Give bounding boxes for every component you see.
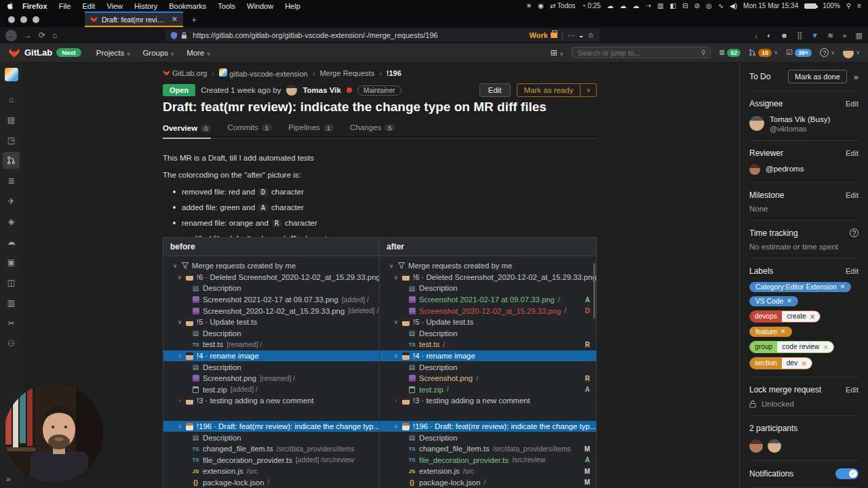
spotlight-icon[interactable]: ⚲ xyxy=(846,2,851,9)
tab-pipelines[interactable]: Pipelines1 xyxy=(288,123,334,133)
back-button[interactable]: ← xyxy=(5,30,17,41)
chevron-down-icon[interactable]: ∨ xyxy=(391,352,401,359)
label-pill[interactable]: VS Code✕ xyxy=(749,296,798,306)
tree-row[interactable]: Screenshot_2020-12-02_at_15.29.33.png[de… xyxy=(163,305,379,317)
ci-cd-icon[interactable]: ✈ xyxy=(3,192,20,209)
reviewer-avatar[interactable] xyxy=(749,164,760,175)
chevron-down-icon[interactable]: ∨ xyxy=(387,262,396,269)
volume-icon[interactable]: ◀) xyxy=(730,2,737,9)
breadcrumb-item[interactable]: !196 xyxy=(387,69,401,77)
nav-more[interactable]: More ∨ xyxy=(186,49,210,57)
remove-label-icon[interactable]: ✕ xyxy=(810,312,816,321)
assignee-username[interactable]: @viktomas xyxy=(770,125,830,133)
reviewer-username[interactable]: @pedroms xyxy=(766,164,804,174)
search-input[interactable] xyxy=(576,48,701,58)
downloads-icon[interactable]: ↓ xyxy=(755,31,759,39)
notifications-toggle[interactable] xyxy=(835,468,859,479)
todos-counter[interactable]: ☑ 39+ xyxy=(786,48,812,57)
home-button[interactable]: ⌂ xyxy=(52,30,57,40)
chevron-down-icon[interactable]: ∨ xyxy=(391,319,401,325)
remove-label-icon[interactable]: ✕ xyxy=(840,283,846,290)
settings-icon[interactable]: ✳ xyxy=(526,2,532,9)
tree-row[interactable]: ∨!6 · Deleted Screenshot_2020-12-02_at_1… xyxy=(380,272,596,283)
tree-row[interactable]: ▤Description xyxy=(163,432,379,443)
assignee-avatar[interactable] xyxy=(749,116,764,131)
lock-edit-link[interactable]: Edit xyxy=(846,386,859,394)
reviewer-edit-link[interactable]: Edit xyxy=(846,149,859,157)
breadcrumb-item[interactable]: gitlab-vscode-extension xyxy=(219,68,308,78)
assignee-edit-link[interactable]: Edit xyxy=(846,100,859,108)
packages-icon[interactable]: ▣ xyxy=(3,253,20,270)
tree-row[interactable]: TSfile_decoration_provider.ts[added] /sr… xyxy=(163,455,379,466)
tree-row[interactable]: Screenshot.png/R xyxy=(380,373,596,384)
author-avatar[interactable] xyxy=(286,85,297,96)
tab-changes[interactable]: Changes5 xyxy=(350,123,395,133)
layers-ext-icon[interactable]: ≋ xyxy=(827,31,833,40)
tree-row[interactable]: TSchanged_file_item.ts/src/data_provider… xyxy=(380,443,596,455)
collapse-sidebar-icon[interactable]: » xyxy=(854,72,859,82)
tree-row[interactable]: JSextension.js/srcM xyxy=(380,466,596,477)
breadcrumb-text[interactable]: Merge Requests xyxy=(319,69,374,77)
time-help-icon[interactable]: ? xyxy=(850,228,859,237)
participant-avatar[interactable] xyxy=(749,439,763,453)
menu-firefox[interactable]: Firefox xyxy=(22,2,47,10)
page-actions-icon[interactable]: ⋯ xyxy=(568,31,575,40)
nav-projects[interactable]: Projects ∨ xyxy=(96,49,131,57)
filter-ext-icon[interactable]: ▼ xyxy=(811,31,818,39)
browser-tab[interactable]: Draft: feat(mr review): indicate ✕ xyxy=(85,12,183,27)
tree-row[interactable]: ∨!5 · Update test.ts xyxy=(380,317,596,328)
tree-row[interactable]: TStest.ts[renamed] / xyxy=(163,339,379,350)
wifi-icon[interactable]: ∿ xyxy=(718,2,724,9)
tree-row[interactable]: Screenshot 2021-02-17 at 09.07.33.png[ad… xyxy=(163,294,379,306)
menu-bookmarks[interactable]: Bookmarks xyxy=(169,2,206,10)
security-icon[interactable]: ◈ xyxy=(3,213,20,230)
label-pill-scoped[interactable]: groupcode review✕ xyxy=(749,341,834,353)
chevron-right-icon[interactable]: › xyxy=(391,397,401,404)
display-icon[interactable]: ▥ xyxy=(657,2,663,9)
tree-row[interactable]: ▤Description xyxy=(163,361,379,373)
breadcrumb-item[interactable]: Merge Requests xyxy=(319,69,374,77)
menu-edit[interactable]: Edit xyxy=(82,2,95,10)
search-box[interactable]: ⚲ xyxy=(572,47,711,58)
remove-label-icon[interactable]: ✕ xyxy=(823,343,829,351)
breadcrumb-item[interactable]: GitLab.org xyxy=(163,69,207,77)
breadcrumb-text[interactable]: !196 xyxy=(387,69,401,77)
tree-row[interactable]: {}package-lock.json/M xyxy=(380,477,596,488)
overflow-icon[interactable]: » xyxy=(842,31,846,39)
menu-history[interactable]: History xyxy=(134,2,157,10)
tab-overview[interactable]: Overview0 xyxy=(163,123,211,139)
tree-row[interactable]: ▤Description xyxy=(163,328,379,340)
tree-row[interactable]: {}package-lock.json/ xyxy=(163,477,379,488)
issues-icon[interactable]: ◳ xyxy=(3,131,20,148)
label-pill-scoped[interactable]: sectiondev✕ xyxy=(749,357,812,369)
members-icon[interactable]: ⚇ xyxy=(3,335,20,352)
tree-row[interactable]: ∨Merge requests created by me xyxy=(163,260,379,272)
window-controls[interactable] xyxy=(0,12,47,27)
project-avatar[interactable] xyxy=(5,68,18,81)
tree-row[interactable]: TSfile_decoration_provider.ts/src/review… xyxy=(380,455,596,466)
mr-counter[interactable]: 10 ∨ xyxy=(749,49,778,57)
user-menu[interactable]: ∨ xyxy=(843,47,860,58)
arrows-icon[interactable]: ⇢ xyxy=(646,2,651,9)
label-pill-scoped[interactable]: devopscreate✕ xyxy=(749,310,821,323)
mark-as-ready-button[interactable]: Mark as ready ∨ xyxy=(517,83,597,97)
remove-label-icon[interactable]: ✕ xyxy=(801,359,807,367)
url-input[interactable] xyxy=(191,30,525,40)
mark-as-ready-label[interactable]: Mark as ready xyxy=(517,84,580,96)
chevron-down-icon[interactable]: ∨ xyxy=(175,352,184,359)
screen-record-icon[interactable]: ◉ xyxy=(538,2,544,9)
tree-row[interactable]: test.zip[added] / xyxy=(163,384,379,396)
remove-label-icon[interactable]: ✕ xyxy=(787,298,792,304)
breadcrumb-text[interactable]: GitLab.org xyxy=(172,69,207,77)
keyboard-icon[interactable]: ◧ xyxy=(670,2,676,9)
extension-icon[interactable]: ☻ xyxy=(781,31,789,39)
tree-row[interactable]: ∨!6 · Deleted Screenshot_2020-12-02_at_1… xyxy=(163,272,379,283)
tab-close-icon[interactable]: ✕ xyxy=(172,15,178,24)
sidebar-toggle-icon[interactable]: ▥ xyxy=(856,31,863,40)
dnd-icon[interactable]: ⊘ xyxy=(694,2,700,9)
author-name[interactable]: Tomas Vik xyxy=(302,86,340,94)
menu-help[interactable]: Help xyxy=(285,2,300,10)
tree-row[interactable]: ▤Description xyxy=(380,283,596,294)
cloud-icon[interactable]: ☁ xyxy=(633,2,639,9)
wiki-icon[interactable]: ▥ xyxy=(3,294,20,311)
